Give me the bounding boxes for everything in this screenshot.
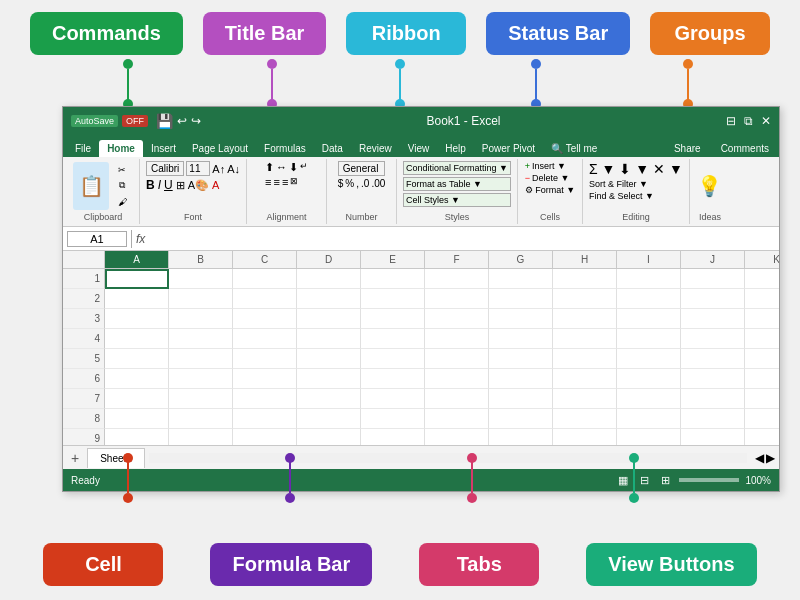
grid-cell[interactable] bbox=[489, 309, 553, 329]
grid-cell[interactable] bbox=[617, 389, 681, 409]
comma-icon[interactable]: , bbox=[356, 178, 359, 189]
scroll-left-icon[interactable]: ◀ bbox=[755, 451, 764, 465]
grid-cell[interactable] bbox=[681, 429, 745, 445]
grid-cell[interactable] bbox=[617, 309, 681, 329]
align-bottom-icon[interactable]: ⬇ bbox=[289, 161, 298, 174]
grid-cell[interactable] bbox=[617, 409, 681, 429]
grid-cell[interactable] bbox=[361, 429, 425, 445]
grid-cell[interactable] bbox=[361, 269, 425, 289]
grid-cell[interactable] bbox=[105, 289, 169, 309]
grid-cell[interactable] bbox=[233, 349, 297, 369]
grid-cell[interactable] bbox=[553, 409, 617, 429]
fill-icon[interactable]: ⬇ ▼ bbox=[619, 161, 649, 177]
col-header-k[interactable]: K bbox=[745, 251, 779, 268]
grid-cell[interactable] bbox=[745, 349, 779, 369]
grid-cell[interactable] bbox=[425, 409, 489, 429]
grid-cell[interactable] bbox=[169, 269, 233, 289]
grid-cell[interactable] bbox=[745, 389, 779, 409]
grid-cell[interactable] bbox=[361, 289, 425, 309]
formatpaint-icon[interactable]: 🖌 bbox=[111, 195, 133, 209]
col-header-f[interactable]: F bbox=[425, 251, 489, 268]
grid-cell[interactable] bbox=[553, 429, 617, 445]
grid-cell[interactable] bbox=[297, 269, 361, 289]
paste-icon[interactable]: 📋 bbox=[73, 162, 109, 210]
col-header-d[interactable]: D bbox=[297, 251, 361, 268]
grid-cell[interactable] bbox=[489, 289, 553, 309]
grid-cell[interactable] bbox=[169, 369, 233, 389]
align-left-icon[interactable]: ≡ bbox=[265, 176, 271, 188]
grid-cell[interactable] bbox=[169, 349, 233, 369]
copy-icon[interactable]: ⧉ bbox=[111, 179, 133, 193]
font-name-dropdown[interactable]: Calibri bbox=[146, 161, 184, 176]
grid-cell[interactable] bbox=[489, 269, 553, 289]
grid-cell[interactable] bbox=[105, 389, 169, 409]
tab-data[interactable]: Data bbox=[314, 140, 351, 157]
grid-cell[interactable] bbox=[681, 349, 745, 369]
grid-cell[interactable] bbox=[169, 429, 233, 445]
tab-tellme[interactable]: 🔍 Tell me bbox=[543, 140, 605, 157]
merge-icon[interactable]: ⊠ bbox=[290, 176, 298, 188]
align-right-icon[interactable]: ≡ bbox=[282, 176, 288, 188]
grid-cell[interactable] bbox=[745, 289, 779, 309]
sort-filter-icon[interactable]: Sort & Filter ▼ bbox=[589, 179, 648, 189]
grid-cell[interactable] bbox=[105, 349, 169, 369]
row-header[interactable]: 2 bbox=[63, 289, 105, 309]
row-header[interactable]: 1 bbox=[63, 269, 105, 289]
row-header[interactable]: 6 bbox=[63, 369, 105, 389]
percent-icon[interactable]: % bbox=[345, 178, 354, 189]
grid-cell[interactable] bbox=[361, 329, 425, 349]
ideas-icon[interactable]: 💡 bbox=[697, 174, 722, 198]
grid-cell[interactable] bbox=[553, 349, 617, 369]
align-middle-icon[interactable]: ↔ bbox=[276, 161, 287, 174]
grid-cell[interactable] bbox=[425, 349, 489, 369]
undo-icon[interactable]: ↩ bbox=[177, 114, 187, 128]
currency-icon[interactable]: $ bbox=[338, 178, 344, 189]
format-cells-button[interactable]: ⚙ Format ▼ bbox=[525, 185, 575, 195]
grid-cell[interactable] bbox=[489, 349, 553, 369]
grid-cell[interactable] bbox=[745, 429, 779, 445]
grid-cell[interactable] bbox=[681, 329, 745, 349]
align-top-icon[interactable]: ⬆ bbox=[265, 161, 274, 174]
grid-cell[interactable] bbox=[745, 309, 779, 329]
tab-pagelayout[interactable]: Page Layout bbox=[184, 140, 256, 157]
grid-cell[interactable] bbox=[425, 369, 489, 389]
delete-cells-button[interactable]: − Delete ▼ bbox=[525, 173, 575, 183]
find-select-icon[interactable]: Find & Select ▼ bbox=[589, 191, 654, 201]
grid-cell[interactable] bbox=[169, 409, 233, 429]
decimal-dec-icon[interactable]: .00 bbox=[371, 178, 385, 189]
tab-review[interactable]: Review bbox=[351, 140, 400, 157]
grid-cell[interactable] bbox=[425, 429, 489, 445]
grid-cell[interactable] bbox=[489, 329, 553, 349]
grid-cell[interactable] bbox=[489, 369, 553, 389]
grid-cell[interactable] bbox=[681, 369, 745, 389]
tab-insert[interactable]: Insert bbox=[143, 140, 184, 157]
grid-cell[interactable] bbox=[681, 389, 745, 409]
tab-formulas[interactable]: Formulas bbox=[256, 140, 314, 157]
tab-file[interactable]: File bbox=[67, 140, 99, 157]
save-icon[interactable]: 💾 bbox=[156, 113, 173, 129]
grid-cell[interactable] bbox=[617, 369, 681, 389]
grid-cell[interactable] bbox=[745, 369, 779, 389]
share-button[interactable]: Share bbox=[668, 140, 707, 157]
col-header-h[interactable]: H bbox=[553, 251, 617, 268]
grid-cell[interactable] bbox=[105, 329, 169, 349]
grid-cell[interactable] bbox=[297, 389, 361, 409]
col-header-j[interactable]: J bbox=[681, 251, 745, 268]
col-header-c[interactable]: C bbox=[233, 251, 297, 268]
tab-view[interactable]: View bbox=[400, 140, 438, 157]
font-grow-icon[interactable]: A↑ bbox=[212, 163, 225, 175]
grid-cell[interactable] bbox=[553, 269, 617, 289]
row-header[interactable]: 4 bbox=[63, 329, 105, 349]
restore-icon[interactable]: ⧉ bbox=[744, 114, 753, 128]
font-shrink-icon[interactable]: A↓ bbox=[227, 163, 240, 175]
grid-cell[interactable] bbox=[681, 309, 745, 329]
grid-cell[interactable] bbox=[297, 289, 361, 309]
grid-cell[interactable] bbox=[169, 289, 233, 309]
redo-icon[interactable]: ↪ bbox=[191, 114, 201, 128]
font-size-dropdown[interactable]: 11 bbox=[186, 161, 210, 176]
tab-powerpivot[interactable]: Power Pivot bbox=[474, 140, 543, 157]
bold-icon[interactable]: B bbox=[146, 178, 155, 192]
comments-button[interactable]: Comments bbox=[715, 140, 775, 157]
grid-cell[interactable] bbox=[361, 369, 425, 389]
grid-cell[interactable] bbox=[745, 269, 779, 289]
